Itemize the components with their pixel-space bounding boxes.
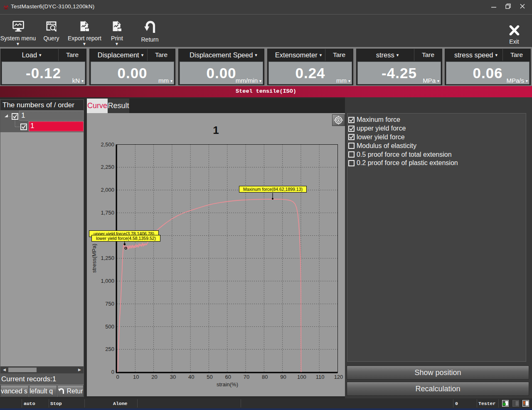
svg-text:strain(%): strain(%) [217,381,238,388]
svg-text:50: 50 [207,374,212,380]
svg-text:110: 110 [316,374,325,380]
svg-text:1,000: 1,000 [101,278,114,284]
svg-text:250: 250 [105,346,114,352]
svg-text:2,500: 2,500 [101,141,114,148]
svg-text:1,750: 1,750 [101,210,114,216]
svg-text:750: 750 [105,301,114,307]
svg-text:0: 0 [116,374,119,380]
svg-text:70: 70 [244,374,249,380]
svg-text:20: 20 [151,374,157,380]
svg-text:60: 60 [225,374,231,380]
svg-text:2,250: 2,250 [101,164,114,170]
svg-text:100: 100 [297,374,306,380]
svg-text:40: 40 [188,374,194,380]
svg-text:10: 10 [133,374,139,380]
svg-text:120: 120 [334,374,343,380]
svg-text:80: 80 [262,374,268,380]
svg-text:30: 30 [170,374,176,380]
svg-text:2,000: 2,000 [101,187,114,193]
svg-text:stress(MPa): stress(MPa) [91,244,97,273]
svg-text:0: 0 [111,369,114,375]
svg-text:90: 90 [280,374,286,380]
svg-text:500: 500 [105,324,114,330]
svg-text:1,250: 1,250 [101,255,114,261]
